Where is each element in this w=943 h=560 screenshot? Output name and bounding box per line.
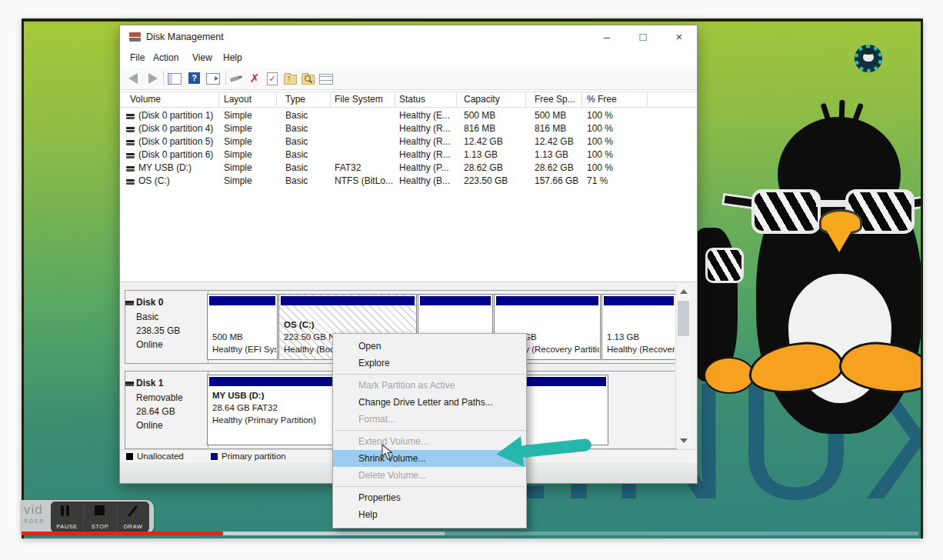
console-tree-icon[interactable] — [168, 72, 182, 85]
disk1-label[interactable]: Disk 1 Removable 28.64 GB Online — [125, 372, 208, 448]
disk0-label[interactable]: Disk 0 Basic 238.35 GB Online — [125, 291, 208, 363]
table-row[interactable]: MY USB (D:)SimpleBasicFAT32Healthy (P...… — [120, 162, 697, 175]
volume-icon — [126, 166, 135, 168]
partition-color-bar — [604, 296, 674, 305]
toolbar: ? ✗ ✓ — [120, 68, 697, 90]
title-bar[interactable]: Disk Management – □ × — [120, 25, 697, 48]
primary-partition-swatch — [211, 453, 218, 460]
window-title: Disk Management — [146, 32, 224, 42]
progress-played — [22, 532, 223, 535]
menu-item-change-drive-letter[interactable]: Change Drive Letter and Paths... — [333, 394, 526, 411]
volume-icon — [126, 127, 135, 129]
help-icon[interactable]: ? — [188, 72, 202, 85]
menu-separator — [335, 430, 525, 431]
folder-up-icon[interactable] — [284, 72, 298, 85]
minimize-button[interactable]: – — [595, 28, 619, 45]
delete-icon[interactable]: ✗ — [248, 72, 262, 85]
folder-find-icon[interactable] — [302, 72, 315, 85]
scrollbar-thumb[interactable] — [678, 301, 689, 336]
volume-icon — [126, 179, 135, 182]
menu-view[interactable]: View — [192, 52, 212, 63]
partition-color-bar — [281, 296, 415, 305]
sunglasses-left-lens — [751, 189, 821, 234]
menu-item-mark-partition-active[interactable]: Mark Partition as Active — [333, 377, 526, 394]
channel-logo-gear-icon — [855, 45, 882, 72]
table-row[interactable]: (Disk 0 partition 5)SimpleBasicHealthy (… — [120, 135, 697, 148]
back-icon[interactable] — [127, 72, 141, 85]
maximize-button[interactable]: □ — [631, 28, 655, 45]
partition-color-bar — [496, 296, 598, 305]
forward-icon[interactable] — [145, 72, 159, 85]
menu-help[interactable]: Help — [223, 52, 242, 63]
menu-item-properties[interactable]: Properties — [333, 489, 526, 506]
partition-block-1gb[interactable]: 1.13 GBHealthy (Recovery Partition) — [601, 294, 676, 360]
col-type[interactable]: Type — [285, 94, 305, 105]
menu-separator — [335, 374, 525, 375]
col-layout[interactable]: Layout — [224, 94, 252, 105]
unallocated-label: Unallocated — [137, 452, 184, 461]
video-progress-bar[interactable] — [22, 532, 918, 535]
check-properties-icon[interactable]: ✓ — [265, 72, 279, 85]
col-filesystem[interactable]: File System — [335, 94, 383, 105]
volume-icon — [126, 140, 135, 142]
table-row[interactable]: (Disk 0 partition 4)SimpleBasicHealthy (… — [120, 122, 697, 135]
menu-bar: File Action View Help — [120, 48, 697, 68]
table-header-row: Volume Layout Type File System Status Ca… — [120, 92, 697, 108]
mouse-cursor — [382, 444, 394, 463]
table-row[interactable]: OS (C:)SimpleBasicNTFS (BitLo...Healthy … — [120, 175, 697, 188]
vertical-scrollbar[interactable] — [675, 284, 691, 448]
menu-item-delete-volume[interactable]: Delete Volume... — [333, 467, 526, 484]
volume-list-pane: Volume Layout Type File System Status Ca… — [120, 92, 697, 282]
pointer-tool-icon[interactable] — [230, 72, 244, 85]
stop-icon — [95, 505, 105, 515]
disk-management-app-icon — [129, 32, 142, 42]
menu-file[interactable]: File — [130, 52, 145, 63]
scroll-up-icon[interactable] — [680, 289, 688, 294]
disk-icon — [125, 301, 134, 303]
table-row[interactable]: (Disk 0 partition 1)SimpleBasicHealthy (… — [120, 109, 697, 122]
draw-button[interactable]: DRAW — [117, 502, 149, 532]
disk-icon — [125, 382, 134, 384]
partition-color-bar — [209, 296, 275, 305]
volume-icon — [126, 114, 135, 116]
menu-separator — [335, 486, 525, 487]
pause-button[interactable]: PAUSE — [51, 502, 84, 532]
table-row[interactable]: (Disk 0 partition 6)SimpleBasicHealthy (… — [120, 148, 697, 162]
col-capacity[interactable]: Capacity — [464, 94, 500, 105]
page: { "window": { "title": "Disk Management"… — [0, 0, 943, 560]
menu-action[interactable]: Action — [153, 52, 178, 63]
partition-block-efi[interactable]: 500 MBHealthy (EFI System Partition) — [207, 294, 278, 360]
partition-color-bar — [420, 296, 491, 305]
scroll-down-icon[interactable] — [680, 438, 688, 443]
recorder-brand-top: vid — [24, 503, 50, 516]
menu-item-help[interactable]: Help — [333, 506, 526, 523]
stop-button[interactable]: STOP — [84, 502, 117, 532]
screen-recorder-widget: vid RDER PAUSE STOP DRAW — [22, 500, 154, 534]
menu-item-open[interactable]: Open — [333, 338, 526, 355]
col-pctfree[interactable]: % Free — [587, 94, 617, 105]
menu-item-format[interactable]: Format... — [333, 411, 526, 428]
col-freespace[interactable]: Free Sp... — [535, 94, 575, 105]
draw-pencil-icon — [128, 505, 138, 517]
recorder-brand-bottom: RDER — [24, 518, 50, 524]
close-button[interactable]: × — [667, 28, 691, 45]
show-action-pane-icon[interactable] — [206, 72, 220, 85]
unallocated-swatch — [126, 453, 133, 460]
recorder-brand: vid RDER — [24, 503, 50, 524]
details-view-icon[interactable] — [319, 72, 333, 85]
col-status[interactable]: Status — [399, 94, 425, 105]
pause-icon — [61, 505, 64, 516]
context-menu: Open Explore Mark Partition as Active Ch… — [332, 333, 527, 528]
volume-icon — [126, 153, 135, 155]
primary-partition-label: Primary partition — [222, 452, 286, 461]
menu-item-explore[interactable]: Explore — [333, 355, 526, 372]
penguin-illustration — [718, 103, 923, 503]
col-volume[interactable]: Volume — [130, 94, 161, 105]
recorder-button-panel: PAUSE STOP DRAW — [51, 502, 149, 532]
